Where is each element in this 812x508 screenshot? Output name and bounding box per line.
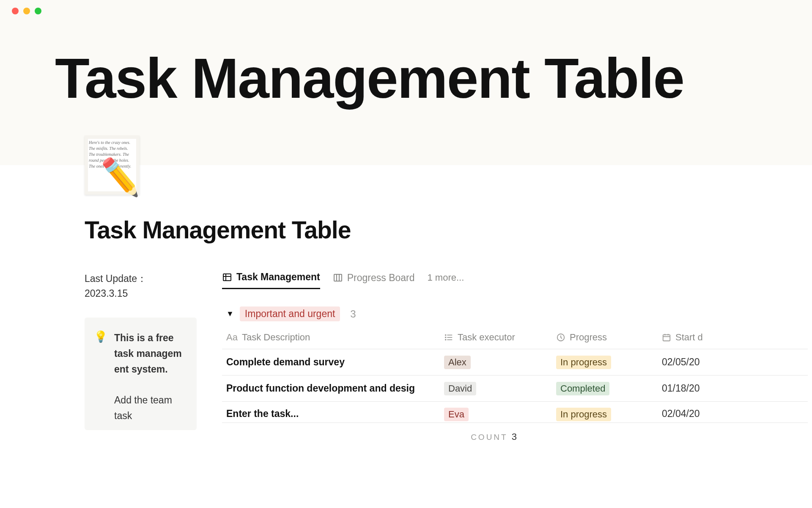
svg-point-11 bbox=[445, 340, 446, 340]
table-row[interactable]: Product function development and desig D… bbox=[222, 375, 808, 402]
table-row[interactable]: Complete demand survey Alex In progress … bbox=[222, 349, 808, 375]
column-start-date[interactable]: Start d bbox=[662, 332, 808, 343]
svg-point-9 bbox=[445, 335, 446, 336]
text-property-icon: Aa bbox=[226, 332, 238, 343]
column-progress[interactable]: Progress bbox=[556, 332, 662, 343]
executor-tag: Eva bbox=[444, 408, 469, 421]
svg-rect-0 bbox=[223, 274, 231, 281]
table-row[interactable]: Enter the task... Eva In progress 02/04/… bbox=[222, 402, 808, 423]
column-task-executor-label: Task executor bbox=[458, 332, 515, 343]
database-area: Task Management Progress Board 1 more...… bbox=[197, 271, 812, 442]
progress-tag: In progress bbox=[556, 408, 611, 421]
cell-progress: In progress bbox=[556, 356, 662, 369]
view-tabs: Task Management Progress Board 1 more... bbox=[222, 271, 808, 290]
sidebar: Last Update： 2023.3.15 💡 This is a free … bbox=[85, 271, 197, 442]
cell-start: 01/18/20 bbox=[662, 383, 808, 394]
cell-executor: Eva bbox=[444, 406, 556, 419]
cell-start: 02/04/20 bbox=[662, 405, 808, 420]
column-task-description[interactable]: Aa Task Description bbox=[222, 332, 444, 343]
list-property-icon bbox=[444, 333, 453, 342]
cell-description: Complete demand survey bbox=[222, 356, 444, 368]
status-property-icon bbox=[556, 333, 565, 342]
info-text-rest: Add the team task bbox=[114, 395, 172, 421]
pencil-icon: ✏️ bbox=[98, 155, 143, 199]
table-header: Aa Task Description Task executor Progre… bbox=[222, 332, 808, 349]
table-footer-count: COUNT 3 bbox=[222, 431, 808, 442]
progress-tag: In progress bbox=[556, 356, 611, 369]
cell-progress: In progress bbox=[556, 406, 662, 419]
executor-tag: David bbox=[444, 382, 476, 395]
header-banner: Task Management Table Here's to the craz… bbox=[0, 0, 812, 165]
group-badge[interactable]: Important and urgent bbox=[240, 306, 340, 321]
page-title: Task Management Table bbox=[85, 216, 812, 244]
svg-rect-3 bbox=[334, 274, 342, 281]
cell-description: Enter the task... bbox=[222, 405, 444, 420]
tab-task-management-label: Task Management bbox=[236, 271, 320, 283]
cell-progress: Completed bbox=[556, 382, 662, 395]
window-controls bbox=[0, 0, 41, 14]
column-task-executor[interactable]: Task executor bbox=[444, 332, 556, 343]
maximize-window-button[interactable] bbox=[35, 8, 41, 14]
tab-more[interactable]: 1 more... bbox=[428, 272, 464, 288]
cell-start: 02/05/20 bbox=[662, 356, 808, 368]
progress-tag: Completed bbox=[556, 382, 609, 395]
info-callout: 💡 This is a free task managem ent system… bbox=[85, 318, 197, 430]
main-area: Last Update： 2023.3.15 💡 This is a free … bbox=[85, 271, 812, 442]
tab-progress-board[interactable]: Progress Board bbox=[333, 272, 415, 289]
cell-executor: Alex bbox=[444, 356, 556, 369]
column-progress-label: Progress bbox=[570, 332, 607, 343]
svg-rect-13 bbox=[663, 335, 670, 341]
group-count: 3 bbox=[350, 308, 356, 320]
column-start-date-label: Start d bbox=[675, 332, 703, 343]
tab-progress-board-label: Progress Board bbox=[347, 272, 415, 284]
lightbulb-icon: 💡 bbox=[94, 330, 107, 424]
tab-task-management[interactable]: Task Management bbox=[222, 271, 320, 289]
group-toggle-icon[interactable]: ▼ bbox=[226, 309, 234, 318]
close-window-button[interactable] bbox=[12, 8, 19, 14]
board-icon bbox=[333, 273, 343, 283]
cell-executor: David bbox=[444, 382, 556, 395]
svg-point-10 bbox=[445, 337, 446, 338]
executor-tag: Alex bbox=[444, 356, 471, 369]
page-icon[interactable]: Here's to the crazy ones. The misfits. T… bbox=[85, 135, 140, 195]
last-update-date: 2023.3.15 bbox=[85, 286, 197, 301]
content-section: Task Management Table Last Update： 2023.… bbox=[0, 165, 812, 442]
count-value: 3 bbox=[512, 431, 517, 442]
info-text-bold: This is a free task managem ent system. bbox=[114, 332, 182, 375]
count-label: COUNT bbox=[471, 433, 508, 442]
minimize-window-button[interactable] bbox=[23, 8, 30, 14]
column-task-description-label: Task Description bbox=[242, 332, 310, 343]
calendar-property-icon bbox=[662, 333, 671, 342]
group-header: ▼ Important and urgent 3 bbox=[222, 306, 808, 321]
last-update-label: Last Update： bbox=[85, 271, 197, 286]
table-icon bbox=[222, 272, 232, 282]
info-text: This is a free task managem ent system. … bbox=[114, 330, 187, 424]
header-title: Task Management Table bbox=[55, 49, 812, 108]
cell-description: Product function development and desig bbox=[222, 383, 444, 394]
last-update: Last Update： 2023.3.15 bbox=[85, 271, 197, 301]
